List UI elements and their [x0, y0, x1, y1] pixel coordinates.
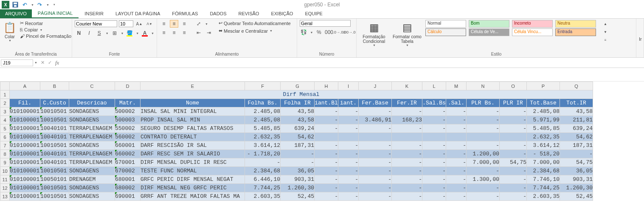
cell-C12[interactable]: SONDAGENS [69, 184, 115, 192]
cell-F8[interactable]: - 1.718,20 [245, 150, 281, 158]
cell-A3[interactable]: 010100001 [10, 107, 40, 116]
cell-K12[interactable]: - [392, 184, 422, 192]
cell-O10[interactable]: - [500, 167, 527, 175]
cell-I7[interactable]: - [338, 141, 359, 150]
style-bad[interactable]: Incorreto [512, 20, 553, 28]
cell-K11[interactable]: - [392, 175, 422, 184]
tab-review[interactable]: REVISÃO [233, 9, 265, 18]
cell-N4[interactable]: - [467, 116, 500, 124]
cell-D10[interactable]: 670002 [115, 167, 141, 175]
cell-Q7[interactable]: 187,31 [560, 141, 593, 150]
col-header-D[interactable]: D [115, 82, 141, 90]
cut-button[interactable]: ✂Recortar [19, 20, 73, 26]
header-cell-L[interactable]: .Sal.Bs [422, 99, 446, 107]
cell-K13[interactable]: - [392, 192, 422, 201]
cell-E7[interactable]: DARF RESCISÃO IR SAL [141, 141, 245, 150]
cell-C10[interactable]: SONDAGENS [69, 167, 115, 175]
cell-L9[interactable]: - [422, 158, 446, 167]
cell-O5[interactable]: - [500, 124, 527, 133]
header-cell-F[interactable]: Folha Bs. [245, 99, 281, 107]
fx-button[interactable]: fx [55, 59, 59, 66]
cell-H13[interactable]: - [315, 192, 338, 201]
comma-format-button[interactable]: 000 [325, 28, 333, 36]
cell-E3[interactable]: INSAL SAL MINI INTEGRAL [141, 107, 245, 116]
cell-L3[interactable]: - [422, 107, 446, 116]
cell-G11[interactable]: 903,31 [281, 175, 315, 184]
cell-K4[interactable]: 168,23 [392, 116, 422, 124]
cell-P3[interactable]: 2.485,08 [527, 107, 560, 116]
cell-M4[interactable]: - [446, 116, 467, 124]
cell-E5[interactable]: SEGURO DESEMP FALTAS ATRASOS [141, 124, 245, 133]
cell-D9[interactable]: 670001 [115, 158, 141, 167]
number-format-select[interactable] [300, 20, 351, 27]
cell-D11[interactable]: 680001 [115, 175, 141, 184]
cell-M8[interactable]: - [446, 150, 467, 158]
cell-N3[interactable]: - [467, 107, 500, 116]
header-cell-A[interactable]: Fil. [10, 99, 40, 107]
tab-view[interactable]: EXIBIÇÃO [265, 9, 299, 18]
cell-Q13[interactable]: 52,45 [560, 192, 593, 201]
cell-L6[interactable] [422, 133, 446, 141]
cell-N7[interactable]: - [467, 141, 500, 150]
cell-P13[interactable]: 2.603,35 [527, 192, 560, 201]
format-as-table-button[interactable]: ▤ Formatar como Tabela▼ [391, 20, 423, 48]
cell-F6[interactable]: 2.632,35 [245, 133, 281, 141]
cell-L13[interactable]: - [422, 192, 446, 201]
name-box[interactable] [1, 59, 33, 66]
col-header-H[interactable]: H [315, 82, 338, 90]
styles-more[interactable]: ≡ [601, 36, 610, 44]
cell-E4[interactable]: PROP INSAL SAL MIN [141, 116, 245, 124]
report-title-cell[interactable]: Dirf Mensal [10, 90, 593, 99]
tab-team[interactable]: EQUIPE [299, 9, 329, 18]
cell-B8[interactable]: 10040101 [40, 150, 69, 158]
cell-F13[interactable]: 2.603,35 [245, 192, 281, 201]
cell-D4[interactable]: 500003 [115, 116, 141, 124]
tab-formulas[interactable]: FÓRMULAS [166, 9, 204, 18]
cell-A7[interactable]: 010100001 [10, 141, 40, 150]
align-top-button[interactable]: ≡ [160, 20, 168, 28]
cell-H4[interactable]: - [315, 116, 338, 124]
header-cell-Q[interactable]: Tot.IR [560, 99, 593, 107]
col-header-F[interactable]: F [245, 82, 281, 90]
cell-J13[interactable]: - [359, 192, 392, 201]
col-header-B[interactable]: B [40, 82, 69, 90]
cell-O13[interactable]: - [500, 192, 527, 201]
cell-J6[interactable] [359, 133, 392, 141]
cell-G5[interactable]: 639,24 [281, 124, 315, 133]
cell-J7[interactable]: - [359, 141, 392, 150]
decrease-font-button[interactable]: A▼ [145, 20, 154, 28]
cell-P4[interactable]: 5.971,99 [527, 116, 560, 124]
cell-E10[interactable]: TESTE FUNC NORMAL [141, 167, 245, 175]
row-header-8[interactable]: 8 [0, 150, 10, 158]
cell-J12[interactable]: - [359, 184, 392, 192]
row-header-3[interactable]: 3 [0, 107, 10, 116]
select-all-corner[interactable] [0, 82, 10, 90]
font-size-select[interactable] [119, 20, 133, 27]
cell-B10[interactable]: 10010501 [40, 167, 69, 175]
cell-K3[interactable]: - [392, 107, 422, 116]
cell-P9[interactable]: 7.000,00 [527, 158, 560, 167]
cell-F11[interactable]: 6.446,10 [245, 175, 281, 184]
cell-N11[interactable]: 1.300,00 [467, 175, 500, 184]
style-input[interactable]: Entrada [555, 28, 596, 36]
style-check[interactable]: Célula de Ve... [469, 28, 509, 36]
tab-page-layout[interactable]: LAYOUT DA PÁGINA [110, 9, 166, 18]
cell-I8[interactable]: - [338, 150, 359, 158]
tab-data[interactable]: DADOS [204, 9, 232, 18]
tab-file[interactable]: ARQUIVO [0, 9, 32, 18]
cell-F9[interactable]: - [245, 158, 281, 167]
cell-Q11[interactable]: 903,31 [560, 175, 593, 184]
cell-N8[interactable]: 1.200,00 [467, 150, 500, 158]
cell-H12[interactable]: - [315, 184, 338, 192]
cell-D3[interactable]: 500002 [115, 107, 141, 116]
cell-M3[interactable]: - [446, 107, 467, 116]
col-header-K[interactable]: K [392, 82, 422, 90]
cell-M7[interactable]: - [446, 141, 467, 150]
styles-scroll-up[interactable]: ▲ [601, 20, 610, 28]
cell-E13[interactable]: GRRF ANT TREZE MAIOR FALTAS MA [141, 192, 245, 201]
cell-B11[interactable]: 10050101 [40, 175, 69, 184]
cell-I5[interactable]: - [338, 124, 359, 133]
col-header-G[interactable]: G [281, 82, 315, 90]
cell-A10[interactable]: 010100001 [10, 167, 40, 175]
cell-A11[interactable]: 010100001 [10, 175, 40, 184]
